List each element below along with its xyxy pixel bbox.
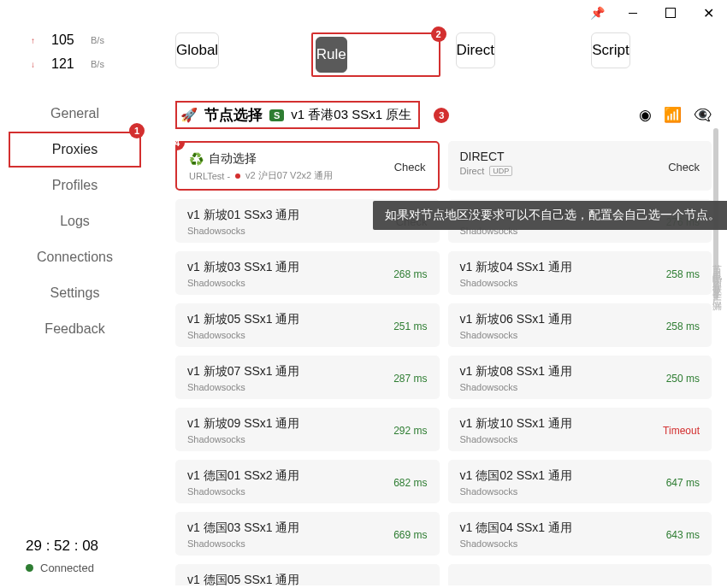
card-title: v1 德国02 SSx1 通用 <box>460 468 573 484</box>
card-subtitle: Shadowsocks <box>187 538 245 549</box>
latency-value: 287 ms <box>393 373 427 385</box>
s-badge: S <box>269 109 284 121</box>
nav-logs[interactable]: Logs <box>0 203 150 239</box>
sidebar: ↑ 105 B/s ↓ 121 B/s General 1 Proxies Pr… <box>0 26 150 588</box>
card-title: v1 新坡06 SSx1 通用 <box>460 312 573 327</box>
mode-tabs: Global 2 Rule Direct Script <box>175 32 712 77</box>
proxy-card[interactable]: DIRECTDirectUDPCheck <box>448 141 712 191</box>
latency-value: 258 ms <box>666 320 700 332</box>
card-title: v1 新坡10 SSx1 通用 <box>460 416 573 432</box>
connected-label: Connected <box>40 562 94 574</box>
proxy-card[interactable]: v1 德国03 SSx1 通用Shadowsocks669 ms <box>175 512 440 556</box>
status-panel: 29 : 52 : 08 Connected <box>0 527 150 588</box>
card-subtitle: Shadowsocks <box>460 278 518 288</box>
nav-feedback[interactable]: Feedback <box>0 311 150 347</box>
proxy-card[interactable]: v1 新坡04 SSx1 通用Shadowsocks258 ms <box>448 251 712 295</box>
upload-speed: 105 <box>51 32 77 48</box>
proxy-card[interactable]: v1 新坡06 SSx1 通用Shadowsocks258 ms <box>448 303 712 347</box>
annotation-3: 3 <box>434 108 449 123</box>
card-subtitle: Direct <box>460 166 485 176</box>
nav-proxies[interactable]: Proxies <box>9 132 141 168</box>
card-subnode: v2 沪日07 V2x2 通用 <box>245 169 333 182</box>
card-subtitle: Shadowsocks <box>187 226 245 236</box>
section-header: 🚀 节点选择 S v1 香港03 SSx1 原生 3 ◉ 📶 👁‍🗨 <box>175 101 712 129</box>
latency-value: 669 ms <box>393 529 427 541</box>
pin-icon[interactable]: 📌 <box>580 0 614 26</box>
timer: 29 : 52 : 08 <box>26 538 150 555</box>
annotation-2: 2 <box>431 26 446 42</box>
nav-settings[interactable]: Settings <box>0 275 150 311</box>
tooltip: 如果对节点地区没要求可以不自己选，配置会自己选一个节点。 <box>373 201 727 230</box>
proxy-card[interactable] <box>448 564 712 585</box>
selected-node: v1 香港03 SSx1 原生 <box>291 107 411 123</box>
card-title: v1 德国01 SSx2 通用 <box>187 468 300 484</box>
proxy-card[interactable]: v1 德国02 SSx1 通用Shadowsocks647 ms <box>448 460 712 503</box>
eye-off-icon[interactable]: 👁‍🗨 <box>694 106 712 124</box>
card-subtitle: Shadowsocks <box>187 278 245 288</box>
card-title: v1 新坡05 SSx1 通用 <box>187 312 300 327</box>
mode-global[interactable]: Global <box>175 32 219 68</box>
download-speed: 121 <box>51 56 77 72</box>
latency-value: 292 ms <box>393 425 427 437</box>
connection-status: Connected <box>26 562 150 574</box>
wifi-icon[interactable]: 📶 <box>664 106 682 124</box>
card-title: v1 新坡07 SSx1 通用 <box>187 364 300 379</box>
udp-badge: UDP <box>489 166 512 176</box>
card-subtitle: Shadowsocks <box>460 434 518 444</box>
speedtest-icon[interactable]: ◉ <box>639 106 652 124</box>
latency-value: 258 ms <box>666 268 700 280</box>
proxy-card[interactable]: v1 德国01 SSx2 通用Shadowsocks682 ms <box>175 460 440 503</box>
latency-value: 682 ms <box>393 477 427 489</box>
proxy-card[interactable]: v1 新坡05 SSx1 通用Shadowsocks251 ms <box>175 303 440 347</box>
maximize-button[interactable] <box>652 0 689 26</box>
nav-profiles[interactable]: Profiles <box>0 168 150 203</box>
nav: General 1 Proxies Profiles Logs Connecti… <box>0 96 150 527</box>
recycle-icon: ♻️ <box>189 152 204 166</box>
card-title: v1 新坡09 SSx1 通用 <box>187 416 300 432</box>
card-subtitle: Shadowsocks <box>460 382 518 392</box>
card-subtitle: Shadowsocks <box>187 330 245 340</box>
card-subtitle: Shadowsocks <box>187 382 245 392</box>
latency-value: 250 ms <box>666 373 700 385</box>
status-dot-icon <box>26 564 33 572</box>
side-char-strip: 节自电哔国谷微苹全广应漏 <box>711 256 724 297</box>
proxy-card[interactable]: v1 新坡07 SSx1 通用Shadowsocks287 ms <box>175 356 440 399</box>
card-subtitle: Shadowsocks <box>460 486 518 497</box>
proxy-card[interactable]: v1 德国04 SSx1 通用Shadowsocks643 ms <box>448 512 712 556</box>
card-title: v1 新坡04 SSx1 通用 <box>460 260 573 275</box>
card-subtitle: Shadowsocks <box>460 330 518 340</box>
proxy-card[interactable]: v1 新坡10 SSx1 通用ShadowsocksTimeout <box>448 408 712 451</box>
latency-value: 251 ms <box>393 320 427 332</box>
latency-value: 268 ms <box>393 268 427 280</box>
section-title-box[interactable]: 🚀 节点选择 S v1 香港03 SSx1 原生 <box>175 101 420 129</box>
latency-value: Check <box>394 161 426 173</box>
card-subtitle: Shadowsocks <box>187 486 245 497</box>
upload-arrow-icon: ↑ <box>31 36 38 45</box>
latency-value: Timeout <box>663 425 700 437</box>
red-dot-icon <box>235 173 240 179</box>
proxy-card[interactable]: v1 德国05 SSx1 通用Shadowsocks <box>175 564 440 585</box>
card-title: v1 德国05 SSx1 通用 <box>187 573 300 585</box>
rocket-icon: 🚀 <box>180 107 198 123</box>
nav-general[interactable]: General <box>0 96 150 132</box>
nav-connections[interactable]: Connections <box>0 239 150 275</box>
window-titlebar: 📌 ✕ <box>0 0 727 26</box>
mode-direct[interactable]: Direct <box>456 32 495 68</box>
proxy-card[interactable]: v1 新坡08 SSx1 通用Shadowsocks250 ms <box>448 356 712 399</box>
card-subtitle: Shadowsocks <box>460 538 518 549</box>
latency-value: 647 ms <box>666 477 700 489</box>
card-title: v1 新坡01 SSx3 通用 <box>187 208 300 223</box>
minimize-button[interactable] <box>614 0 652 26</box>
mode-script[interactable]: Script <box>591 32 629 68</box>
proxy-card[interactable]: v1 新坡09 SSx1 通用Shadowsocks292 ms <box>175 408 440 451</box>
speed-unit: B/s <box>91 35 104 45</box>
card-title: DIRECT <box>460 150 505 163</box>
card-title: v1 德国04 SSx1 通用 <box>460 520 573 536</box>
proxy-card[interactable]: ♻️自动选择URLTest - v2 沪日07 V2x2 通用Check4 <box>175 141 440 191</box>
speed-meter: ↑ 105 B/s ↓ 121 B/s <box>0 32 150 96</box>
proxy-card[interactable]: v1 新坡03 SSx1 通用Shadowsocks268 ms <box>175 251 440 295</box>
annotation-4: 4 <box>175 141 185 150</box>
mode-rule[interactable]: Rule <box>316 37 347 73</box>
section-title: 节点选择 <box>204 105 263 125</box>
close-button[interactable]: ✕ <box>689 0 727 26</box>
